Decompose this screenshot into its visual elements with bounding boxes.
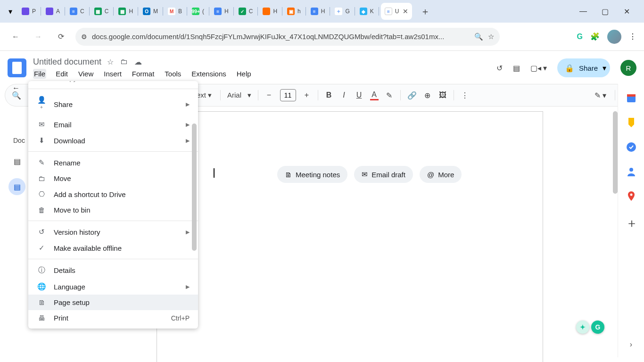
grammarly-ext-icon[interactable]: G <box>577 33 583 41</box>
highlight-button[interactable]: ✎ <box>385 91 394 100</box>
file-menu-item-move-to-bin[interactable]: 🗑Move to bin <box>28 202 198 218</box>
file-menu-item-language[interactable]: 🌐Language▶ <box>28 279 198 295</box>
chrome-menu-icon[interactable]: ⋮ <box>629 32 636 41</box>
account-avatar[interactable]: R <box>620 60 636 76</box>
font-size-input[interactable]: 11 <box>280 89 296 101</box>
share-dropdown-icon[interactable]: ▾ <box>603 64 606 73</box>
collapse-side-panel-icon[interactable]: › <box>630 340 632 349</box>
reload-button[interactable]: ⟳ <box>53 29 69 45</box>
docs-logo[interactable] <box>8 58 26 77</box>
menu-format[interactable]: Format <box>131 69 156 79</box>
file-menu-item-details[interactable]: ⓘDetails <box>28 262 198 279</box>
extensions-icon[interactable]: 🧩 <box>590 32 600 41</box>
browser-tab[interactable]: H <box>259 3 281 20</box>
move-folder-icon[interactable]: 🗀 <box>120 58 128 66</box>
chip-more[interactable]: @More <box>420 166 462 183</box>
close-tab-icon[interactable]: ✕ <box>403 8 408 15</box>
minimize-button[interactable]: — <box>577 5 590 18</box>
nav-back-button[interactable]: ← <box>8 29 24 45</box>
browser-tab[interactable]: ✓C <box>235 3 257 20</box>
browser-tab[interactable]: 99+( <box>188 3 208 20</box>
file-menu-item-page-setup[interactable]: 🗎Page setup <box>28 295 198 310</box>
browser-tab[interactable]: ≡C <box>66 3 88 20</box>
calendar-icon[interactable] <box>626 92 637 104</box>
tasks-icon[interactable] <box>626 141 637 153</box>
browser-tab[interactable]: ▦C <box>91 3 113 20</box>
menu-help[interactable]: Help <box>236 69 252 79</box>
cloud-status-icon[interactable]: ☁ <box>134 58 142 66</box>
file-menu-item-offline[interactable]: ✓Make available offline <box>28 240 198 256</box>
tabs-dropdown-icon[interactable]: ▾ <box>4 5 17 18</box>
new-tab-button[interactable]: ＋ <box>418 4 433 19</box>
site-settings-icon[interactable]: ⚙ <box>81 33 87 41</box>
browser-tab[interactable]: ≡H <box>210 3 232 20</box>
star-icon[interactable]: ☆ <box>107 58 114 66</box>
document-page[interactable]: 🗎Meeting notes ✉Email draft @More <box>157 111 543 362</box>
keep-icon[interactable] <box>626 117 637 128</box>
browser-tab[interactable]: ▣h <box>283 3 305 20</box>
italic-button[interactable]: I <box>340 91 348 99</box>
menu-insert[interactable]: Insert <box>103 69 123 79</box>
panel-back-icon[interactable]: ← <box>12 84 20 92</box>
file-menu-item-shortcut[interactable]: ⎔Add a shortcut to Drive <box>28 186 198 202</box>
scrollbar-thumb[interactable] <box>613 111 618 194</box>
browser-tab[interactable]: MB <box>164 3 186 20</box>
browser-tab[interactable]: ≡H <box>307 3 329 20</box>
meet-icon[interactable]: ▢◂ ▾ <box>530 64 547 73</box>
browser-tab[interactable]: A <box>42 3 64 20</box>
increase-font-button[interactable]: + <box>303 91 311 99</box>
outline-tab-icon[interactable]: ▤ <box>8 153 25 170</box>
file-menu-item-make-copy[interactable]: Make a copy <box>28 81 198 86</box>
addons-plus-icon[interactable]: ＋ <box>626 215 637 226</box>
tab-active[interactable]: ≡ U ✕ <box>381 3 413 20</box>
file-menu-item-email[interactable]: ✉Email▶ <box>28 116 198 132</box>
file-menu-item-move[interactable]: 🗀Move <box>28 171 198 186</box>
decrease-font-button[interactable]: − <box>265 91 273 99</box>
contacts-icon[interactable] <box>626 166 637 177</box>
menu-view[interactable]: View <box>77 69 94 79</box>
maps-icon[interactable] <box>626 190 637 202</box>
bold-button[interactable]: B <box>325 91 333 99</box>
menu-scrollbar-thumb[interactable] <box>192 123 197 251</box>
summary-tab-icon[interactable]: ▤ <box>8 178 25 195</box>
menu-extensions[interactable]: Extensions <box>190 69 227 79</box>
browser-tab[interactable]: OM <box>139 3 162 20</box>
text-color-button[interactable]: A <box>370 90 379 100</box>
menu-tools[interactable]: Tools <box>164 69 182 79</box>
profile-avatar[interactable] <box>607 30 621 44</box>
close-window-button[interactable]: ✕ <box>620 5 633 18</box>
nav-forward-button[interactable]: → <box>30 29 46 45</box>
browser-tab[interactable]: ◆K <box>356 3 378 20</box>
browser-tab[interactable]: ▦H <box>115 3 137 20</box>
browser-tab[interactable]: ✦G <box>331 3 353 20</box>
editing-mode-button[interactable]: ✎ ▾ <box>594 91 606 100</box>
more-tools-icon[interactable]: ⋮ <box>461 91 469 100</box>
share-button[interactable]: 🔒 Share ▾ <box>557 58 610 77</box>
menu-file[interactable]: File <box>33 69 46 79</box>
document-title[interactable]: Untitled document <box>33 57 101 67</box>
underline-button[interactable]: U <box>355 91 363 99</box>
menu-edit[interactable]: Edit <box>55 69 69 79</box>
file-menu-item-share[interactable]: 👤⁺Share▶ <box>28 92 198 116</box>
zoom-icon[interactable]: 🔍 <box>474 33 483 41</box>
grammarly-widget[interactable]: ✦ G <box>576 321 604 334</box>
add-comment-button[interactable]: ⊕ <box>423 91 432 100</box>
bookmark-star-icon[interactable]: ☆ <box>488 33 494 41</box>
file-menu-item-download[interactable]: ⬇Download▶ <box>28 132 198 148</box>
grammarly-suggestions-icon[interactable]: ✦ <box>576 321 589 334</box>
maximize-button[interactable]: ▢ <box>598 5 611 18</box>
font-family-select[interactable]: Arial ▾ <box>227 91 251 99</box>
grammarly-logo-icon[interactable]: G <box>591 321 604 334</box>
chip-email-draft[interactable]: ✉Email draft <box>354 166 413 183</box>
history-icon[interactable]: ↺ <box>496 64 503 73</box>
browser-tab[interactable]: P <box>18 3 40 20</box>
url-field[interactable]: ⚙ docs.google.com/document/d/1Snqh5FzcjF… <box>75 28 500 46</box>
file-menu-item-rename[interactable]: ✎Rename <box>28 155 198 171</box>
comments-icon[interactable]: ▤ <box>513 64 520 73</box>
chip-meeting-notes[interactable]: 🗎Meeting notes <box>277 166 347 183</box>
insert-image-button[interactable]: 🖼 <box>438 91 447 99</box>
tab-label: A <box>56 8 60 15</box>
file-menu-item-print[interactable]: 🖶PrintCtrl+P <box>28 310 198 326</box>
insert-link-button[interactable]: 🔗 <box>407 91 417 100</box>
file-menu-item-version-history[interactable]: ↺Version history▶ <box>28 224 198 240</box>
